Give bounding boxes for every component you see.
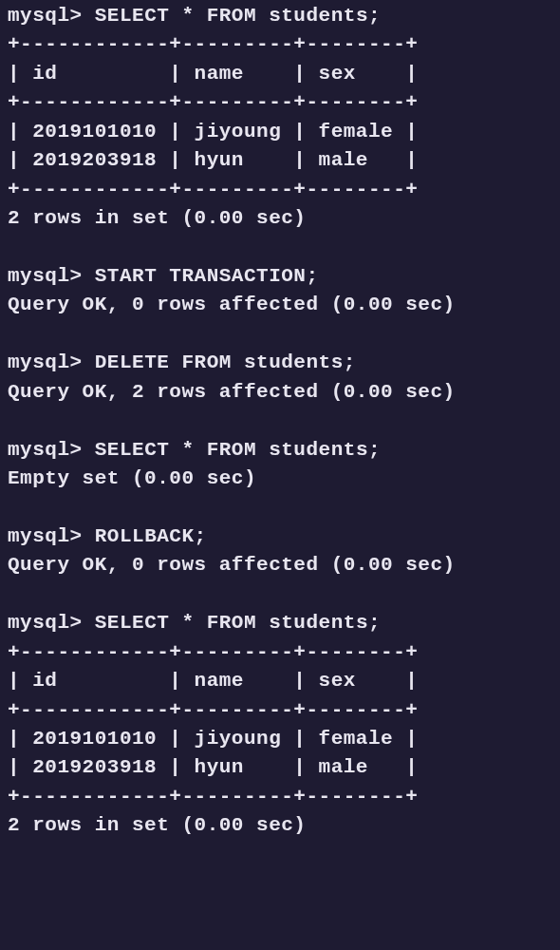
table-row: | 2019101010 | jiyoung | female | bbox=[8, 728, 418, 750]
table-border: +------------+---------+--------+ bbox=[8, 91, 418, 113]
prompt: mysql> bbox=[8, 439, 83, 461]
result-status: Query OK, 0 rows affected (0.00 sec) bbox=[8, 294, 456, 315]
sql-query-select: SELECT * FROM students; bbox=[95, 5, 381, 27]
sql-query-start-transaction: START TRANSACTION; bbox=[95, 265, 319, 287]
result-status: Query OK, 0 rows affected (0.00 sec) bbox=[8, 554, 456, 576]
terminal-output: mysql> SELECT * FROM students; +--------… bbox=[8, 2, 552, 841]
table-border: +------------+---------+--------+ bbox=[8, 786, 418, 808]
table-row: | 2019203918 | hyun | male | bbox=[8, 149, 418, 171]
sql-query-rollback: ROLLBACK; bbox=[95, 525, 207, 547]
prompt: mysql> bbox=[8, 265, 83, 287]
sql-query-select: SELECT * FROM students; bbox=[95, 439, 381, 461]
table-header: | id | name | sex | bbox=[8, 670, 418, 692]
table-header: | id | name | sex | bbox=[8, 63, 418, 85]
table-row: | 2019203918 | hyun | male | bbox=[8, 756, 418, 778]
result-status: Empty set (0.00 sec) bbox=[8, 467, 256, 489]
table-border: +------------+---------+--------+ bbox=[8, 179, 418, 200]
table-border: +------------+---------+--------+ bbox=[8, 33, 418, 55]
prompt: mysql> bbox=[8, 352, 83, 373]
table-border: +------------+---------+--------+ bbox=[8, 699, 418, 721]
prompt: mysql> bbox=[8, 525, 83, 547]
prompt: mysql> bbox=[8, 5, 83, 27]
prompt: mysql> bbox=[8, 612, 83, 634]
sql-query-select: SELECT * FROM students; bbox=[95, 612, 381, 634]
result-status: Query OK, 2 rows affected (0.00 sec) bbox=[8, 381, 456, 403]
sql-query-delete: DELETE FROM students; bbox=[95, 352, 356, 373]
result-status: 2 rows in set (0.00 sec) bbox=[8, 814, 306, 836]
table-border: +------------+---------+--------+ bbox=[8, 641, 418, 663]
table-row: | 2019101010 | jiyoung | female | bbox=[8, 121, 418, 142]
result-status: 2 rows in set (0.00 sec) bbox=[8, 207, 306, 229]
